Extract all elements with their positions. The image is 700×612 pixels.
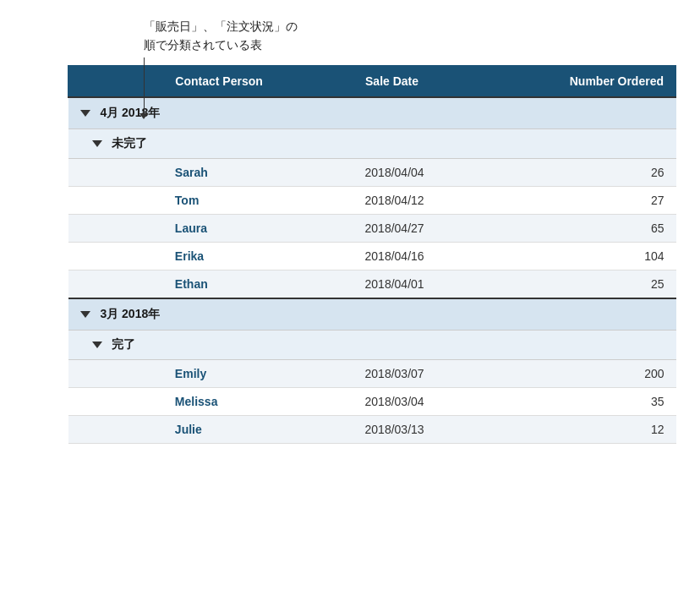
row-date: 2018/04/01 xyxy=(353,270,524,298)
group-row-level2[interactable]: 完了 xyxy=(68,330,676,359)
row-col0 xyxy=(68,242,163,270)
row-date: 2018/03/13 xyxy=(353,415,524,443)
collapse-icon-level2 xyxy=(92,140,102,147)
group-label-level1: 4月 2018年 xyxy=(100,106,160,119)
row-date: 2018/04/16 xyxy=(353,242,524,270)
table-row: Laura 2018/04/27 65 xyxy=(68,214,676,242)
row-date: 2018/04/27 xyxy=(353,214,524,242)
group-row-level1[interactable]: 3月 2018年 xyxy=(68,298,676,331)
collapse-icon-level2 xyxy=(92,342,102,348)
row-date: 2018/03/04 xyxy=(353,387,524,415)
row-number: 12 xyxy=(524,415,676,443)
row-person: Laura xyxy=(163,214,353,242)
group-row-level2[interactable]: 未完了 xyxy=(68,128,676,158)
row-col0 xyxy=(68,158,163,186)
annotation-area: 「販売日」、「注文状況」の 順で分類されている表 xyxy=(93,17,700,55)
row-date: 2018/04/04 xyxy=(353,158,524,186)
table-row: Melissa 2018/03/04 35 xyxy=(68,387,676,415)
row-number: 200 xyxy=(524,359,676,387)
table-header-row: Contact Person Sale Date Number Ordered xyxy=(68,65,676,97)
row-date: 2018/04/12 xyxy=(353,186,524,214)
table-row: Julie 2018/03/13 12 xyxy=(68,415,676,443)
annotation-arrow-icon xyxy=(139,113,148,119)
table-row: Tom 2018/04/12 27 xyxy=(68,186,676,214)
header-col0 xyxy=(68,65,163,97)
row-col0 xyxy=(68,214,163,242)
page-container: 「販売日」、「注文状況」の 順で分類されている表 Contact Person … xyxy=(0,0,700,461)
row-number: 25 xyxy=(524,270,676,298)
table-row: Erika 2018/04/16 104 xyxy=(68,242,676,270)
row-col0 xyxy=(68,415,163,443)
row-number: 65 xyxy=(524,214,676,242)
table-row: Ethan 2018/04/01 25 xyxy=(68,270,676,298)
table-row: Sarah 2018/04/04 26 xyxy=(68,158,676,186)
row-col0 xyxy=(68,270,163,298)
row-number: 26 xyxy=(524,158,676,186)
header-number-ordered: Number Ordered xyxy=(524,65,676,97)
row-person: Sarah xyxy=(163,158,353,186)
header-sale-date: Sale Date xyxy=(353,65,524,97)
row-number: 27 xyxy=(524,186,676,214)
header-contact-person: Contact Person xyxy=(163,65,353,97)
collapse-icon-level1 xyxy=(80,110,90,117)
row-person: Julie xyxy=(163,415,353,443)
collapse-icon-level1 xyxy=(80,311,90,318)
row-person: Tom xyxy=(163,186,353,214)
group-row-level1[interactable]: 4月 2018年 xyxy=(68,97,676,129)
row-person: Emily xyxy=(163,359,353,387)
group-label-level1: 3月 2018年 xyxy=(100,307,160,320)
row-number: 35 xyxy=(524,387,676,415)
row-col0 xyxy=(68,387,163,415)
row-col0 xyxy=(68,359,163,387)
row-person: Melissa xyxy=(163,387,353,415)
group-label-level2: 完了 xyxy=(112,337,135,351)
annotation-line2: 順で分類されている表 xyxy=(144,38,262,52)
annotation-line-graphic xyxy=(144,57,145,117)
row-person: Ethan xyxy=(163,270,353,298)
table-row: Emily 2018/03/07 200 xyxy=(68,359,676,387)
row-person: Erika xyxy=(163,242,353,270)
data-table: Contact Person Sale Date Number Ordered … xyxy=(68,65,676,444)
table-body: 4月 2018年 未完了 Sarah 2018/04/04 26 Tom 201… xyxy=(68,97,676,444)
group-label-level2: 未完了 xyxy=(112,136,147,150)
annotation-line1: 「販売日」、「注文状況」の xyxy=(144,19,298,33)
annotation-text: 「販売日」、「注文状況」の 順で分類されている表 xyxy=(144,17,700,55)
row-number: 104 xyxy=(524,242,676,270)
row-col0 xyxy=(68,186,163,214)
row-date: 2018/03/07 xyxy=(353,359,524,387)
